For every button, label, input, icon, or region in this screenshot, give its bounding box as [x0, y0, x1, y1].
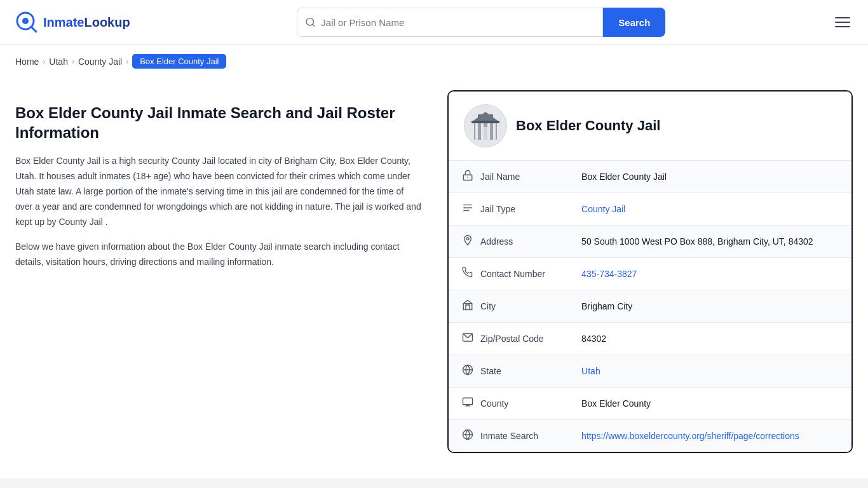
- main-content: Box Elder County Jail Inmate Search and …: [0, 78, 868, 478]
- field-value-cell[interactable]: County Jail: [569, 193, 851, 226]
- table-row: State Utah: [449, 355, 851, 388]
- field-label-cell: Address: [449, 226, 569, 257]
- field-value-cell[interactable]: https://www.boxeldercounty.org/sheriff/p…: [569, 420, 851, 452]
- svg-rect-20: [463, 304, 472, 310]
- city-icon: [461, 299, 474, 313]
- svg-rect-13: [471, 121, 499, 123]
- svg-rect-24: [463, 398, 473, 405]
- field-value-cell[interactable]: 435-734-3827: [569, 258, 851, 290]
- field-label-cell: City: [449, 290, 569, 322]
- svg-point-1: [22, 18, 29, 24]
- svg-marker-12: [471, 112, 499, 122]
- field-label-cell: Zip/Postal Code: [449, 323, 569, 355]
- field-link-1[interactable]: County Jail: [581, 204, 625, 214]
- info-card: Box Elder County Jail Jail Name Box Elde…: [447, 90, 853, 453]
- chevron-icon-3: ›: [126, 57, 128, 66]
- field-value-cell[interactable]: Utah: [569, 355, 851, 388]
- field-label-3: Contact Number: [480, 269, 545, 279]
- breadcrumb-utah[interactable]: Utah: [49, 57, 68, 67]
- page-title: Box Elder County Jail Inmate Search and …: [15, 103, 422, 142]
- field-label-6: State: [480, 366, 501, 376]
- menu-line-2: [835, 22, 850, 23]
- svg-rect-11: [493, 121, 496, 140]
- logo-icon: [15, 11, 38, 34]
- svg-rect-9: [481, 121, 484, 140]
- svg-point-3: [306, 18, 313, 25]
- description-paragraph-1: Box Elder County Jail is a high security…: [15, 154, 422, 229]
- logo-prefix: Inmate: [43, 15, 84, 29]
- search-input[interactable]: [321, 17, 595, 28]
- left-column: Box Elder County Jail Inmate Search and …: [15, 78, 422, 453]
- menu-line-1: [835, 17, 850, 18]
- breadcrumb: Home › Utah › County Jail › Box Elder Co…: [0, 45, 868, 78]
- zip-icon: [461, 332, 474, 346]
- svg-line-2: [31, 27, 36, 32]
- field-label-4: City: [480, 301, 496, 311]
- field-label-7: County: [480, 398, 508, 409]
- chevron-icon-1: ›: [43, 57, 45, 66]
- right-column: Box Elder County Jail Jail Name Box Elde…: [447, 78, 853, 453]
- field-label-1: Jail Type: [480, 204, 515, 214]
- table-row: Zip/Postal Code 84302: [449, 323, 851, 355]
- field-link-6[interactable]: Utah: [581, 366, 600, 376]
- logo-text: InmateLookup: [43, 15, 130, 30]
- jail-icon: [461, 170, 474, 184]
- table-row: Jail Name Box Elder County Jail: [449, 161, 851, 193]
- menu-line-3: [835, 26, 850, 27]
- field-label-cell: State: [449, 355, 569, 387]
- field-label-cell: Jail Type: [449, 193, 569, 225]
- field-label-cell: Jail Name: [449, 161, 569, 193]
- chevron-icon-2: ›: [72, 57, 74, 66]
- breadcrumb-home[interactable]: Home: [15, 57, 39, 67]
- field-value-cell: Box Elder County Jail: [569, 161, 851, 193]
- jail-image: [464, 104, 507, 147]
- logo-link[interactable]: InmateLookup: [15, 11, 130, 34]
- search-input-wrap: [297, 8, 603, 37]
- card-title: Box Elder County Jail: [516, 118, 660, 134]
- county-icon: [461, 396, 474, 410]
- field-label-cell: County: [449, 388, 569, 419]
- card-header: Box Elder County Jail: [449, 92, 851, 160]
- table-row: Inmate Search https://www.boxeldercounty…: [449, 420, 851, 452]
- table-row: Address 50 South 1000 West PO Box 888, B…: [449, 226, 851, 258]
- description-paragraph-2: Below we have given information about th…: [15, 240, 422, 270]
- field-link-3[interactable]: 435-734-3827: [581, 269, 637, 279]
- table-row: County Box Elder County: [449, 388, 851, 420]
- search-area: Search: [297, 8, 665, 37]
- field-label-5: Zip/Postal Code: [480, 334, 544, 344]
- field-value-cell: 84302: [569, 323, 851, 355]
- svg-rect-8: [475, 121, 478, 140]
- breadcrumb-county-jail[interactable]: County Jail: [78, 57, 122, 67]
- menu-button[interactable]: [832, 15, 853, 30]
- field-label-2: Address: [480, 236, 513, 247]
- footer: [0, 478, 868, 488]
- type-icon: [461, 202, 474, 216]
- svg-rect-10: [487, 121, 490, 140]
- breadcrumb-current: Box Elder County Jail: [132, 54, 226, 69]
- info-table: Jail Name Box Elder County Jail Jail Typ…: [449, 160, 851, 452]
- field-link-8[interactable]: https://www.boxeldercounty.org/sheriff/p…: [581, 431, 799, 441]
- svg-point-19: [466, 238, 469, 240]
- field-label-cell: Contact Number: [449, 258, 569, 290]
- search-button[interactable]: Search: [603, 8, 665, 37]
- field-value-cell: Box Elder County: [569, 388, 851, 420]
- logo-suffix: Lookup: [84, 15, 130, 29]
- search-icon: [305, 17, 316, 28]
- field-label-8: Inmate Search: [480, 431, 538, 441]
- field-value-cell: 50 South 1000 West PO Box 888, Brigham C…: [569, 226, 851, 258]
- field-label-cell: Inmate Search: [449, 420, 569, 452]
- svg-line-4: [313, 24, 315, 26]
- globe-icon: [461, 429, 474, 443]
- field-value-cell: Brigham City: [569, 290, 851, 323]
- field-label-0: Jail Name: [480, 172, 520, 182]
- site-header: InmateLookup Search: [0, 0, 868, 45]
- state-icon: [461, 364, 474, 378]
- svg-rect-7: [483, 127, 488, 140]
- address-icon: [461, 234, 474, 248]
- table-row: Contact Number 435-734-3827: [449, 258, 851, 290]
- jail-building-icon: [469, 109, 502, 142]
- table-row: Jail Type County Jail: [449, 193, 851, 226]
- table-row: City Brigham City: [449, 290, 851, 323]
- phone-icon: [461, 267, 474, 281]
